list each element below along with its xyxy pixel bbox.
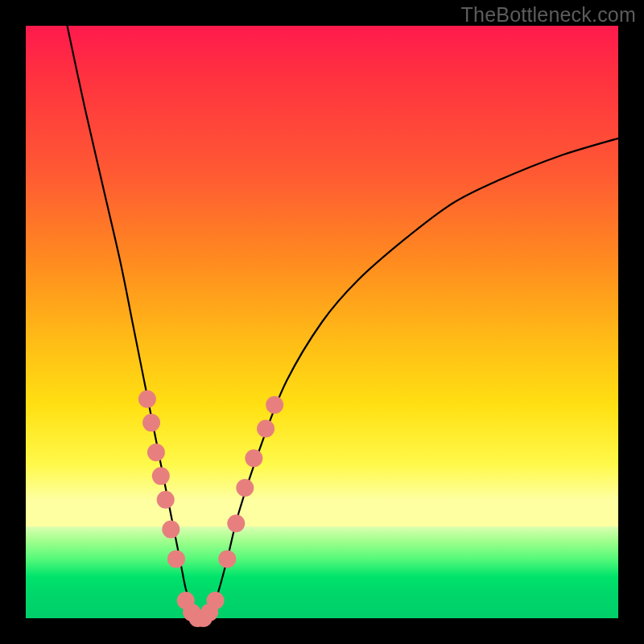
data-point: [266, 396, 283, 414]
data-point: [218, 550, 236, 568]
data-point: [157, 491, 175, 509]
data-point: [207, 592, 225, 609]
data-point: [147, 444, 165, 461]
data-point: [152, 467, 170, 485]
data-point: [162, 521, 180, 539]
chart-frame: TheBottleneck.com: [0, 0, 644, 644]
curve-svg: [26, 26, 618, 618]
data-points: [138, 390, 283, 627]
data-point: [236, 479, 254, 497]
plot-area: [26, 26, 618, 618]
data-point: [257, 419, 275, 437]
data-point: [227, 514, 245, 532]
bottleneck-curve: [68, 26, 618, 620]
data-point: [245, 449, 262, 467]
data-point: [167, 550, 185, 568]
data-point: [138, 390, 156, 408]
watermark-text: TheBottleneck.com: [461, 3, 636, 27]
data-point: [142, 414, 160, 431]
